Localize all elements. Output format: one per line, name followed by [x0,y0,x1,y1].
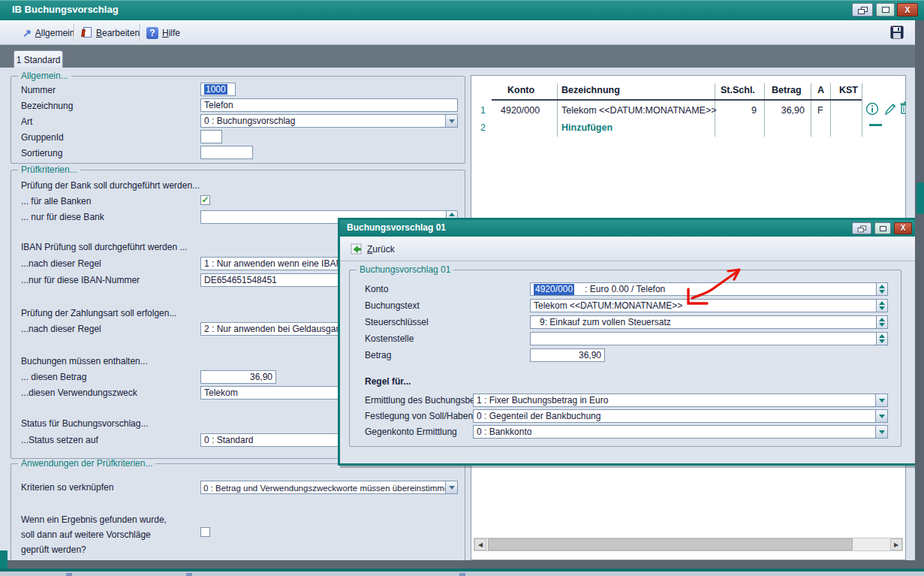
verwendungszweck-label: ...diesen Verwendungszweck [21,388,137,398]
row1-konto[interactable]: 4920/000 [501,105,540,116]
table-hscrollbar[interactable]: ◀ ▶ [474,538,903,551]
trash-icon [899,101,906,116]
bezeichnung-input[interactable]: Telefon [200,98,458,112]
dialog-betrag-label: Betrag [365,350,391,360]
sortierung-label: Sortierung [21,148,62,158]
nummer-label: Nummer [21,85,56,95]
kostenstelle-spinner[interactable] [877,332,888,345]
sortierung-input[interactable] [200,146,253,159]
application-window: IB Buchungsvorschlag X ↗ Allgemein Bearb… [0,0,924,576]
gegenkonto-label: Gegenkonto Ermittlung [365,427,457,437]
menu-hilfe[interactable]: ? Hilfe [146,25,180,41]
gegenkonto-dropdown-button[interactable] [875,426,887,438]
header-a: A [817,85,824,95]
groupbox-pruefkriterien-legend: Prüfkriterien... [18,165,80,174]
scroll-thumb[interactable] [488,538,853,550]
festlegung-combobox[interactable]: 0 : Gegenteil der Bankbuchung [473,409,888,423]
zahlungsart-heading: Prüfung der Zahlungsart soll erfolgen... [21,308,176,318]
menu-allgemein[interactable]: ↗ Allgemein [23,25,74,41]
bottom-left-corner [0,550,8,571]
art-combobox[interactable]: 0 : Buchungsvorschlag [200,114,458,128]
zurueck-label: Zurück [367,244,395,255]
festlegung-value: 0 : Gegenteil der Bankbuchung [474,410,875,422]
verknuepfen-value: 0 : Betrag und Verwendungszweckworte müs… [201,481,445,493]
gegenkonto-value: 0 : Bankkonto [474,426,875,438]
pencil-icon [883,101,898,116]
buchungstext-spinner[interactable] [877,299,888,312]
row1-edit-button[interactable] [883,101,898,119]
konto-label: Konto [365,284,388,294]
gruppenid-input[interactable] [200,130,222,143]
restore-icon [858,225,866,231]
iban-pruefung-heading: IBAN Prüfung soll durchgeführt werden ..… [21,242,187,252]
zahlungsart-regel-label: ...nach dieser Regel [21,324,101,334]
konto-spinner[interactable] [877,282,888,296]
ermittlung-dropdown-button[interactable] [875,394,887,406]
menu-allgemein-label: Allgemein [35,28,75,38]
verknuepfen-dropdown-button[interactable] [445,481,457,493]
gegenkonto-combobox[interactable]: 0 : Bankkonto [473,425,888,439]
weitere-vorschlaege-checkbox[interactable] [200,527,210,537]
dialog-restore-button[interactable] [852,222,871,234]
diese-bank-label: ... nur für diese Bank [21,212,104,222]
help-icon: ? [146,27,158,39]
nummer-input[interactable]: 1000 [200,83,236,96]
right-frame-grip[interactable] [916,182,924,214]
ermittlung-combobox[interactable]: 1 : Fixer Buchungsbetrag in Euro [473,394,888,407]
column-divider [830,83,831,137]
steuerschluessel-spinner[interactable] [877,315,888,329]
close-window-button[interactable]: X [897,3,918,17]
iban-regel-label: ...nach dieser Regel [21,258,101,269]
scroll-right-arrow[interactable]: ▶ [890,538,902,550]
konto-input[interactable]: 4920/000 : Euro 0.00 / Telefon [530,282,877,296]
regel-fuer-heading: Regel für... [365,376,411,387]
diesen-betrag-input[interactable]: 36,90 [200,370,276,384]
weitere-frage-line3: geprüft werden? [21,544,86,555]
row1-delete-button[interactable] [899,101,906,116]
column-divider [764,83,765,137]
hinzufuegen-link[interactable]: Hinzufügen [561,122,612,133]
save-button[interactable] [890,26,904,42]
column-divider [811,83,811,137]
alle-banken-checkbox[interactable]: ✓ [200,195,210,205]
weitere-frage-line1: Wenn ein Ergebnis gefunden wurde, [21,514,167,525]
dialog-groupbox-legend: Buchungsvorschlag 01 [357,265,453,274]
dialog-buchungsvorschlag-01: Buchungsvorschlag 01 X Zurück Buchungsvo… [338,218,917,466]
row1-info-button[interactable] [865,102,879,119]
row1-betrag[interactable]: 36,90 [772,105,805,116]
dialog-close-button[interactable]: X [894,222,912,234]
restore-icon [858,7,867,14]
diesen-betrag-label: ... diesen Betrag [21,372,86,382]
column-divider [862,83,862,137]
status-heading: Status für Buchungsvorschlag... [21,418,148,429]
verknuepfen-combobox[interactable]: 0 : Betrag und Verwendungszweckworte müs… [200,481,458,494]
art-label: Art [21,116,32,127]
festlegung-dropdown-button[interactable] [875,410,887,422]
festlegung-label: Festlegung von Soll/Haben [365,411,473,421]
maximize-window-button[interactable] [876,3,895,17]
menu-bearbeiten[interactable]: Bearbeiten [81,25,140,41]
tab-standard[interactable]: 1 Standard [14,50,63,68]
row1-bezeichnung[interactable]: Telekom <<DATUM:MONATNAME>> [561,105,717,116]
floppy-disk-icon [890,26,904,39]
row1-stschl[interactable]: 9 [740,105,757,116]
dialog-title: Buchungsvorschlag 01 [347,222,446,233]
zurueck-button[interactable]: Zurück [351,241,395,258]
buchungen-heading: Buchungen müssen enthalten... [21,356,148,366]
iban-nummer-label: ...nur für diese IBAN-Nummer [21,275,140,285]
close-icon: X [901,225,906,232]
column-divider [557,83,558,137]
restore-window-button[interactable] [852,3,873,17]
kostenstelle-input[interactable] [530,332,877,345]
window-title: IB Buchungsvorschlag [12,4,119,15]
dialog-maximize-button[interactable] [874,222,891,234]
buchungstext-input[interactable]: Telekom <<DATUM:MONATNAME>> [530,299,877,312]
groupbox-allgemein-legend: Allgemein... [18,71,71,80]
art-dropdown-button[interactable] [445,115,457,127]
dialog-toolbar [340,237,915,261]
scroll-left-arrow[interactable]: ◀ [474,538,486,550]
steuerschluessel-input[interactable]: 9: Einkauf zum vollen Steuersatz [530,315,877,329]
bank-pruefung-heading: Prüfung der Bank soll durchgeführt werde… [21,180,200,191]
row1-a[interactable]: F [817,105,823,116]
dialog-betrag-input[interactable]: 36,90 [530,348,605,362]
